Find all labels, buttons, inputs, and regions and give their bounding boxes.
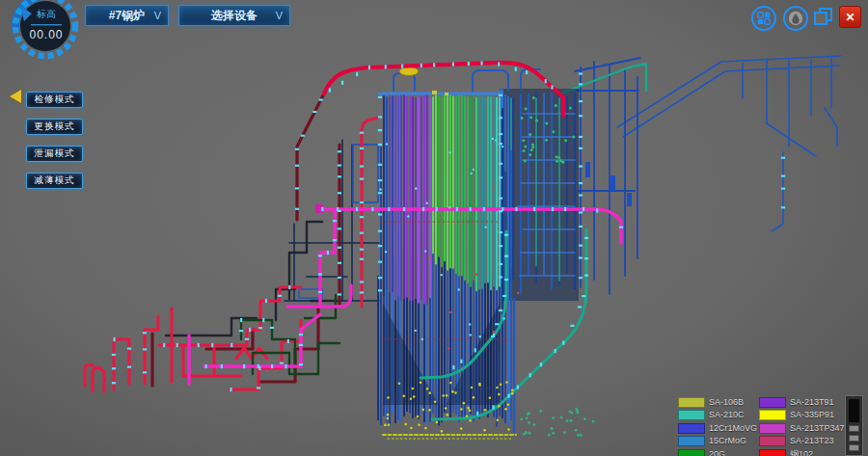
legend-label: SA-210C <box>709 410 745 420</box>
layers-icon <box>814 8 833 26</box>
close-icon: ✕ <box>845 11 854 24</box>
boiler-monitor-window: 标高 00.00 #7锅炉 V 选择设备 V ✕ 检修模式 <box>0 0 868 456</box>
legend-swatch <box>678 397 705 408</box>
mode-button-leakage[interactable]: 泄漏模式 <box>26 146 83 162</box>
legend-swatch <box>759 423 786 434</box>
teal-roof-pipe <box>563 64 646 93</box>
layers-button[interactable] <box>814 8 833 26</box>
mode-button-label: 泄漏模式 <box>35 148 75 160</box>
mode-button-replacement[interactable]: 更换模式 <box>26 119 83 135</box>
water-drop-icon <box>788 11 803 26</box>
legend-scrollbar[interactable] <box>845 395 863 456</box>
boiler-select-value: #7锅炉 <box>109 8 145 24</box>
grid-icon <box>757 12 771 25</box>
gauge-value: 00.00 <box>9 28 84 41</box>
gauge-divider <box>31 24 62 25</box>
legend-swatch <box>678 410 705 420</box>
mode-button-inspection[interactable]: 检修模式 <box>26 92 83 108</box>
legend-swatch <box>678 436 705 446</box>
legend-scrollbar-track[interactable] <box>849 399 859 422</box>
legend-scroll-button[interactable] <box>849 444 859 451</box>
legend-label: 15CrMoG <box>709 436 746 446</box>
device-select-dropdown[interactable]: 选择设备 V <box>178 5 290 26</box>
water-drop-button[interactable] <box>783 6 808 31</box>
grid-view-button[interactable] <box>751 6 776 31</box>
device-select-value: 选择设备 <box>211 8 258 24</box>
legend-swatch <box>678 449 705 456</box>
collapse-menu-arrow-icon[interactable] <box>10 90 21 103</box>
legend-label: 20G <box>709 449 725 456</box>
legend-label: SA-213T91 <box>790 397 834 408</box>
boiler-select-dropdown[interactable]: #7锅炉 V <box>85 5 169 26</box>
close-button[interactable]: ✕ <box>839 6 861 28</box>
legend-label: SA-335P91 <box>790 410 834 420</box>
legend-scroll-button[interactable] <box>849 425 859 432</box>
legend-scroll-button[interactable] <box>849 435 859 442</box>
scaffold-lines <box>617 56 841 231</box>
legend-swatch <box>678 423 705 434</box>
legend-label: 钢102 <box>790 449 813 456</box>
legend-swatch <box>759 397 786 408</box>
legend-label: SA-106B <box>709 397 744 408</box>
chevron-down-icon: V <box>276 10 283 21</box>
mode-button-label: 减薄模式 <box>35 174 75 187</box>
steam-drum <box>399 67 419 76</box>
legend-label: 12Cr1MoVG <box>709 423 757 434</box>
left-frame <box>285 140 379 301</box>
boiler-3d-viewport[interactable] <box>0 0 868 456</box>
legend-swatch <box>759 410 786 420</box>
elevation-gauge: 标高 00.00 <box>9 0 84 67</box>
mode-button-thinning[interactable]: 减薄模式 <box>26 173 83 189</box>
legend-label: SA-213TP347H <box>790 423 851 434</box>
legend-swatch <box>759 436 786 446</box>
mode-button-label: 更换模式 <box>35 121 75 133</box>
chevron-down-icon: V <box>154 10 161 21</box>
gauge-label: 标高 <box>9 8 84 21</box>
legend-label: SA-213T23 <box>790 436 834 446</box>
legend-swatch <box>759 449 786 456</box>
mode-button-label: 检修模式 <box>35 94 75 106</box>
